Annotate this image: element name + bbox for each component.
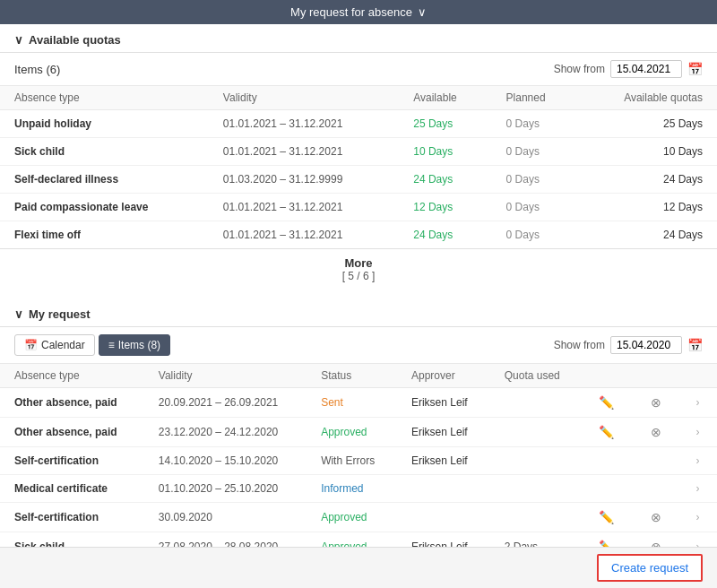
req-status: With Errors: [307, 447, 397, 475]
row-arrow-icon[interactable]: ›: [695, 426, 699, 438]
req-col-approver: Approver: [397, 364, 490, 388]
quotas-col-quotas: Available quotas: [579, 86, 717, 110]
top-bar: My request for absence ∨: [0, 0, 717, 24]
quotas-col-planned: Planned: [492, 86, 580, 110]
available-quotas-header[interactable]: ∨ Available quotas: [0, 24, 717, 52]
more-label[interactable]: More: [0, 256, 717, 270]
table-row: Self-certification 14.10.2020 – 15.10.20…: [0, 447, 717, 475]
req-cancel-cell: [635, 447, 682, 475]
page-title: My request for absence: [290, 5, 412, 19]
req-status: Approved: [307, 503, 397, 532]
quota-available: 10 Days: [399, 138, 491, 166]
req-arrow-cell: ›: [681, 418, 717, 447]
quotas-table: Absence type Validity Available Planned …: [0, 85, 717, 248]
request-show-from: Show from 📅: [554, 336, 703, 354]
request-show-from-input[interactable]: [610, 336, 682, 354]
quota-available: 12 Days: [399, 194, 491, 221]
my-request-title: My request: [29, 307, 91, 321]
tab-items-label: Items (8): [118, 339, 160, 351]
req-validity: 23.12.2020 – 24.12.2020: [144, 418, 307, 447]
quota-planned: 0 Days: [492, 110, 580, 138]
quotas-calendar-icon[interactable]: 📅: [687, 62, 703, 76]
req-edit-cell: ✏️: [583, 388, 635, 418]
table-row: Sick child 01.01.2021 – 31.12.2021 10 Da…: [0, 138, 717, 166]
quota-available: 24 Days: [399, 166, 491, 194]
req-edit-cell: [583, 475, 635, 503]
table-row: Other absence, paid 20.09.2021 – 26.09.2…: [0, 388, 717, 418]
quotas-show-from: Show from 📅: [554, 60, 703, 78]
quotas-show-from-input[interactable]: [610, 60, 682, 78]
quotas-items-count: Items (6): [14, 63, 60, 76]
req-validity: 01.10.2020 – 25.10.2020: [144, 475, 307, 503]
quotas-toolbar: Items (6) Show from 📅: [0, 53, 717, 85]
available-quotas-chevron: ∨: [14, 33, 23, 47]
quotas-col-type: Absence type: [0, 86, 209, 110]
edit-icon[interactable]: ✏️: [597, 510, 616, 524]
more-section[interactable]: More [ 5 / 6 ]: [0, 248, 717, 290]
quota-quotas: 24 Days: [579, 166, 717, 194]
req-arrow-cell: ›: [681, 475, 717, 503]
req-arrow-cell: ›: [681, 447, 717, 475]
req-approver: [397, 475, 490, 503]
cancel-icon[interactable]: ⊗: [649, 395, 663, 410]
row-arrow-icon[interactable]: ›: [695, 511, 699, 523]
tab-calendar[interactable]: 📅 Calendar: [14, 334, 95, 356]
tab-items[interactable]: ≡ Items (8): [99, 334, 170, 356]
req-type: Other absence, paid: [0, 388, 144, 418]
request-calendar-icon[interactable]: 📅: [687, 338, 703, 352]
req-status: Sent: [307, 388, 397, 418]
row-arrow-icon[interactable]: ›: [695, 454, 699, 467]
table-row: Self-certification 30.09.2020 Approved ✏…: [0, 503, 717, 532]
req-edit-cell: ✏️: [583, 418, 635, 447]
req-quota: [490, 475, 583, 503]
create-request-button[interactable]: Create request: [597, 554, 703, 582]
req-edit-cell: ✏️: [583, 503, 635, 532]
calendar-tab-icon: 📅: [24, 339, 38, 351]
table-row: Unpaid holiday 01.01.2021 – 31.12.2021 2…: [0, 110, 717, 138]
table-row: Paid compassionate leave 01.01.2021 – 31…: [0, 194, 717, 221]
req-status: Informed: [307, 475, 397, 503]
req-cancel-cell: ⊗: [635, 503, 682, 532]
quota-planned: 0 Days: [492, 166, 580, 194]
req-type: Self-certification: [0, 503, 144, 532]
quotas-col-available: Available: [399, 86, 491, 110]
req-approver: Eriksen Leif: [397, 447, 490, 475]
req-approver: Eriksen Leif: [397, 418, 490, 447]
req-arrow-cell: ›: [681, 503, 717, 532]
main-content: ∨ Available quotas Items (6) Show from 📅…: [0, 24, 717, 588]
edit-icon[interactable]: ✏️: [597, 395, 616, 410]
quotas-col-validity: Validity: [209, 86, 399, 110]
row-arrow-icon[interactable]: ›: [695, 482, 699, 495]
quota-planned: 0 Days: [492, 138, 580, 166]
quota-quotas: 12 Days: [579, 194, 717, 221]
req-quota: [490, 503, 583, 532]
bottom-bar: Create request: [0, 547, 717, 588]
topbar-chevron[interactable]: ∨: [418, 5, 427, 19]
quota-validity: 01.01.2021 – 31.12.2021: [209, 110, 399, 138]
table-row: Flexi time off 01.01.2021 – 31.12.2021 2…: [0, 221, 717, 249]
row-arrow-icon[interactable]: ›: [695, 396, 699, 409]
quota-quotas: 10 Days: [579, 138, 717, 166]
quota-type: Sick child: [0, 138, 209, 166]
quota-planned: 0 Days: [492, 194, 580, 221]
req-quota: [490, 388, 583, 418]
req-col-quota: Quota used: [490, 364, 583, 388]
quota-planned: 0 Days: [492, 221, 580, 249]
available-quotas-title: Available quotas: [29, 33, 121, 47]
table-row: Self-declared illness 01.03.2020 – 31.12…: [0, 166, 717, 194]
req-col-validity: Validity: [144, 364, 307, 388]
req-approver: Eriksen Leif: [397, 388, 490, 418]
req-col-cancel: [635, 364, 682, 388]
edit-icon[interactable]: ✏️: [597, 425, 616, 439]
quota-validity: 01.01.2021 – 31.12.2021: [209, 194, 399, 221]
quota-available: 24 Days: [399, 221, 491, 249]
req-col-type: Absence type: [0, 364, 144, 388]
tab-calendar-label: Calendar: [41, 339, 85, 351]
cancel-icon[interactable]: ⊗: [649, 425, 663, 439]
my-request-header[interactable]: ∨ My request: [0, 298, 717, 326]
req-cancel-cell: ⊗: [635, 388, 682, 418]
quota-validity: 01.03.2020 – 31.12.9999: [209, 166, 399, 194]
req-approver: [397, 503, 490, 532]
quota-quotas: 25 Days: [579, 110, 717, 138]
cancel-icon[interactable]: ⊗: [649, 510, 663, 524]
